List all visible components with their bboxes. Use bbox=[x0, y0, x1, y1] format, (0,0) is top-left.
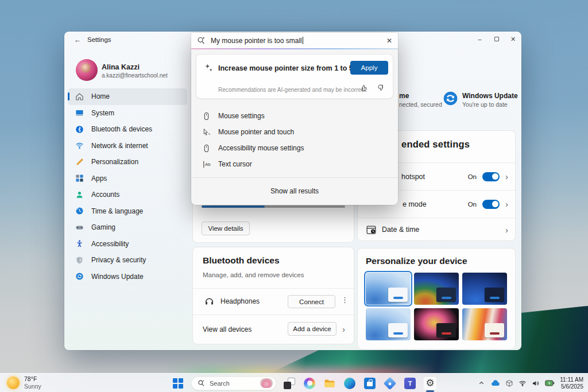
sidebar-item-home[interactable]: Home bbox=[68, 88, 187, 105]
bluetooth-card-title: Bluetooth devices bbox=[203, 255, 280, 266]
sidebar-item-privacy-security[interactable]: Privacy & security bbox=[68, 252, 187, 269]
privacy-icon bbox=[75, 256, 84, 265]
sidebar-item-system[interactable]: System bbox=[68, 105, 187, 122]
taskbar-search-box[interactable]: Search bbox=[191, 377, 276, 390]
search-bar[interactable]: My mouse pointer is too small ✕ bbox=[191, 33, 398, 48]
headphones-icon bbox=[204, 296, 215, 306]
close-search-icon[interactable]: ✕ bbox=[386, 37, 392, 45]
sidebar-item-accounts[interactable]: Accounts bbox=[68, 187, 187, 203]
more-options-icon[interactable]: ⋮ bbox=[341, 296, 349, 304]
file-explorer-icon bbox=[324, 378, 335, 389]
bluetooth-device-row: Headphones Connect ⋮ bbox=[193, 289, 354, 315]
sidebar-item-gaming[interactable]: Gaming bbox=[68, 219, 187, 236]
sidebar-nav: Home System Bluetooth & devices Network … bbox=[68, 88, 187, 285]
maximize-button[interactable] bbox=[488, 32, 505, 46]
app-icon-file-explorer[interactable] bbox=[323, 377, 336, 390]
edge-icon bbox=[344, 378, 355, 389]
search-result-mouse-pointer-touch[interactable]: Mouse pointer and touch bbox=[191, 124, 398, 140]
battery-icon[interactable] bbox=[545, 379, 555, 387]
sidebar-item-accessibility[interactable]: Accessibility bbox=[68, 236, 187, 253]
theme-thumbnail-glow-flower-dark[interactable] bbox=[414, 308, 459, 340]
windows-logo-icon bbox=[173, 378, 183, 389]
search-input[interactable]: My mouse pointer is too small bbox=[211, 37, 381, 45]
taskbar: 78°F Sunny Search T ⚙ 11:11 AM bbox=[0, 373, 588, 392]
windows-update-status-icon bbox=[443, 91, 458, 108]
mouse-icon bbox=[202, 112, 211, 121]
onedrive-icon[interactable] bbox=[490, 379, 500, 387]
copilot-icon bbox=[304, 378, 315, 389]
minimize-button[interactable]: – bbox=[471, 32, 488, 46]
view-all-devices-link[interactable]: View all devices bbox=[203, 325, 252, 333]
view-details-button[interactable]: View details bbox=[202, 222, 250, 235]
ai-disclaimer: Recommendations are AI-generated and may… bbox=[218, 87, 368, 93]
search-result-text-cursor[interactable]: Ab Text cursor bbox=[191, 156, 398, 172]
search-placeholder: Search bbox=[210, 380, 256, 387]
weather-widget[interactable]: 78°F Sunny bbox=[7, 375, 41, 390]
window-controls: – ✕ bbox=[471, 32, 521, 46]
show-all-results-button[interactable]: Show all results bbox=[191, 177, 398, 205]
copilot-search-icon bbox=[197, 36, 206, 45]
thumbs-up-icon[interactable] bbox=[360, 84, 368, 92]
app-icon-microsoft-store[interactable] bbox=[363, 377, 377, 390]
bluetooth-card-subtitle: Manage, add, and remove devices bbox=[203, 271, 304, 278]
pointer-touch-icon bbox=[202, 128, 211, 137]
designer-icon bbox=[384, 377, 397, 390]
sidebar-item-network-internet[interactable]: Network & internet bbox=[68, 138, 187, 154]
user-email: a.kazzi@fineartschool.net bbox=[102, 72, 168, 79]
sidebar-item-time-language[interactable]: Time & language bbox=[68, 203, 187, 220]
app-icon-edge[interactable] bbox=[343, 377, 357, 390]
sparkle-icon bbox=[204, 63, 214, 73]
app-icon-settings-active[interactable]: ⚙ bbox=[423, 377, 437, 390]
app-icon-teams[interactable]: T bbox=[403, 377, 417, 390]
chevron-right-icon: › bbox=[342, 325, 345, 333]
theme-thumbnail-bloom-dark-rainbow[interactable] bbox=[414, 273, 459, 305]
back-button[interactable]: ← bbox=[72, 36, 83, 45]
search-flyout: My mouse pointer is too small ✕ Increase… bbox=[191, 33, 398, 205]
close-button[interactable]: ✕ bbox=[505, 32, 521, 46]
hotspot-toggle[interactable] bbox=[482, 172, 500, 181]
theme-thumbnail-color-stripes[interactable] bbox=[462, 308, 507, 340]
app-icon-copilot[interactable] bbox=[303, 377, 316, 390]
theme-thumbnail-bloom-light[interactable] bbox=[366, 308, 411, 340]
security-box-icon[interactable] bbox=[505, 379, 513, 387]
ai-recommendation-card: Increase mouse pointer size from 1 to 5 … bbox=[196, 54, 393, 99]
apps-icon bbox=[75, 174, 84, 183]
thumbs-down-icon[interactable] bbox=[377, 84, 385, 92]
personalization-icon bbox=[75, 158, 84, 166]
gaming-icon bbox=[75, 223, 84, 232]
sidebar-item-windows-update[interactable]: Windows Update bbox=[68, 269, 187, 285]
app-icon-task-view[interactable] bbox=[283, 377, 296, 390]
connect-button[interactable]: Connect bbox=[288, 295, 335, 308]
search-result-mouse-settings[interactable]: Mouse settings bbox=[191, 108, 398, 124]
sidebar-item-apps[interactable]: Apps bbox=[68, 170, 187, 187]
sidebar-item-bluetooth-devices[interactable]: Bluetooth & devices bbox=[68, 121, 187, 138]
theme-gallery bbox=[366, 273, 508, 340]
settings-gear-icon: ⚙ bbox=[425, 378, 434, 388]
network-icon bbox=[75, 141, 84, 150]
toggle-state-label: On bbox=[468, 173, 477, 180]
volume-icon[interactable] bbox=[532, 379, 540, 387]
search-result-accessibility-mouse[interactable]: Accessibility mouse settings bbox=[191, 140, 398, 156]
sun-icon bbox=[7, 377, 20, 389]
theme-thumbnail-bloom-light-selected[interactable] bbox=[366, 273, 411, 305]
sidebar-item-personalization[interactable]: Personalization bbox=[68, 154, 187, 170]
avatar[interactable] bbox=[76, 59, 98, 81]
setting-row-date-time[interactable]: Date & time › bbox=[358, 218, 515, 241]
tray-chevron-up-icon[interactable] bbox=[478, 379, 485, 387]
accessibility-icon bbox=[75, 239, 84, 248]
add-device-button[interactable]: Add a device bbox=[288, 322, 336, 336]
window-title: Settings bbox=[87, 36, 111, 43]
wifi-icon[interactable] bbox=[519, 379, 527, 387]
app-icon-designer[interactable] bbox=[383, 377, 397, 390]
system-tray: 11:11 AM 5/6/2025 bbox=[478, 374, 583, 392]
tray-clock[interactable]: 11:11 AM 5/6/2025 bbox=[560, 377, 583, 390]
storage-progress-bar bbox=[202, 205, 345, 208]
tray-time: 11:11 AM bbox=[560, 377, 583, 383]
theme-thumbnail-bloom-dark-blue[interactable] bbox=[462, 273, 507, 305]
apply-button[interactable]: Apply bbox=[350, 61, 388, 75]
start-button[interactable] bbox=[171, 377, 185, 390]
personalize-device-card: Personalize your device bbox=[357, 248, 516, 350]
mouse-icon bbox=[202, 144, 211, 153]
tray-date: 5/6/2025 bbox=[560, 383, 583, 390]
mode-toggle[interactable] bbox=[482, 200, 500, 209]
